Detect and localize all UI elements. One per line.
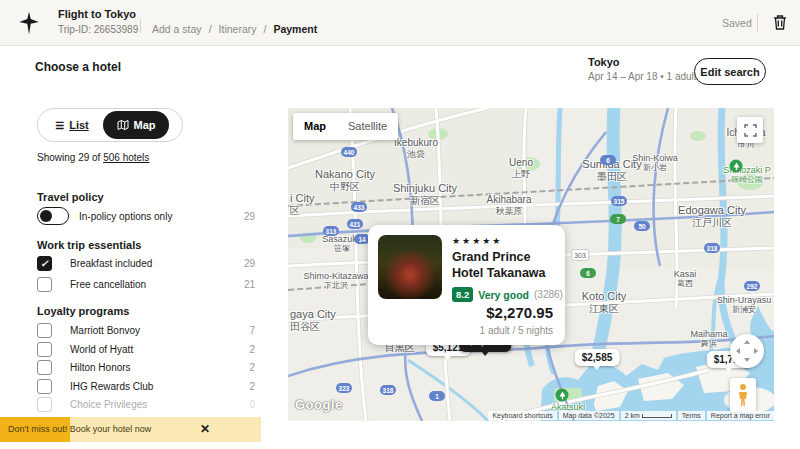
fullscreen-button[interactable] [737,117,763,143]
section-loyalty: Loyalty programs [37,305,129,317]
road-shield: 1 [429,391,445,401]
delete-trip-button[interactable] [772,13,788,31]
park-tree-icon [556,389,569,402]
map-type-satellite-button[interactable]: Satellite [337,113,398,140]
list-view-button[interactable]: ☰ List [41,119,103,131]
road-shield: 433 [351,202,367,212]
map-attribution: Keyboard shortcuts Map data ©2025 2 km T… [288,410,774,421]
road-shield: 6 [600,155,616,165]
hotel-rating: 8.2 Very good (3286) [452,287,563,302]
hotel-price-caption: 1 adult / 5 nights [480,325,553,336]
map-label-shimokitazawa: Shimo-Kitazawa下北沢 [303,271,368,291]
checkbox[interactable] [37,342,52,357]
road-shield: 315 [611,196,627,206]
pan-arrows-icon [730,334,764,368]
filter-breakfast-included[interactable]: ✓ Breakfast included 29 [37,256,255,271]
map-scale: 2 km [621,411,676,420]
view-toggle: ☰ List Map [37,108,183,142]
hotel-price: $2,270.95 [486,304,553,321]
hotel-photo [378,235,442,299]
rating-text: Very good [478,289,529,301]
map-panel: Map Satellite Ikebukuro池袋 Nakano City中野区… [288,108,774,421]
hotel-search-page: Flight to Tokyo Trip-ID: 26653989 Add a … [0,0,800,449]
filter-free-cancellation[interactable]: Free cancellation 21 [37,277,255,292]
map-label-ikebukuro: Ikebukuro池袋 [394,137,438,159]
breadcrumb-add-a-stay[interactable]: Add a stay [152,23,202,35]
hotel-stars: ★★★★★ [452,236,502,246]
map-view-button[interactable]: Map [103,111,169,139]
map-label-kasai: Kasai葛西 [674,269,697,289]
promo-banner: Don't miss out! Book your hotel now ✕ [0,417,261,442]
in-policy-toggle-row[interactable]: In-policy options only 29 [37,207,255,225]
trip-id: Trip-ID: 26653989 [58,24,138,35]
saved-status: Saved [722,17,752,29]
review-count: (3286) [534,289,563,300]
section-work-trip: Work trip essentials [37,239,141,251]
checkbox[interactable] [37,323,52,338]
edit-search-button[interactable]: Edit search [694,58,766,85]
checkbox-disabled [37,397,52,412]
checkbox[interactable] [37,379,52,394]
keyboard-shortcuts-link[interactable]: Keyboard shortcuts [488,411,556,420]
road-shield: 50 [634,221,650,231]
map-icon [117,119,129,131]
filter-marriott-bonvoy[interactable]: Marriott Bonvoy 7 [37,323,255,338]
search-destination: Tokyo [588,56,620,68]
breadcrumb-itinerary[interactable]: Itinerary [219,23,257,35]
breadcrumb-payment[interactable]: Payment [273,23,317,35]
breadcrumb-separator: / [209,23,212,35]
banner-close-button[interactable]: ✕ [200,422,210,436]
filter-world-of-hyatt[interactable]: World of Hyatt 2 [37,342,255,357]
results-count: Showing 29 of 506 hotels [37,152,149,163]
checkbox[interactable] [37,360,52,375]
header-divider [140,19,141,33]
toggle-knob [40,210,52,222]
search-date-summary: Apr 14 – Apr 18 • 1 adult [588,71,697,82]
checkbox[interactable] [37,277,52,292]
road-shield: 7 [610,214,626,224]
road-shield: 323 [336,383,352,393]
airplane-icon [16,10,42,36]
map-label-edogawa: Edogawa City江戸川区 [678,204,746,228]
report-map-error-link[interactable]: Report a map error [707,411,774,420]
map-label-shinjuku: Shinjuku City新宿区 [393,182,457,206]
road-shield: 313 [323,226,339,236]
map-label-setagaya-cut: gaya City田谷区 [290,308,336,332]
breadcrumb-separator: / [263,23,266,35]
street-view-pegman[interactable] [730,378,756,412]
hotel-card[interactable]: ★★★★★ Grand Prince Hotel Takanawa 8.2 Ve… [368,225,565,345]
header-divider [757,14,758,32]
road-shield: 318 [380,385,396,395]
map-label-koto: Koto City江東区 [582,290,627,314]
map-pan-control[interactable] [730,334,764,368]
map-label-nakano: Nakano City中野区 [315,168,375,192]
in-policy-toggle[interactable] [37,207,69,225]
breadcrumb: Add a stay / Itinerary / Payment [152,23,317,35]
map-type-control: Map Satellite [293,113,398,140]
banner-text: Don't miss out! Book your hotel now [8,424,151,434]
filter-hilton-honors[interactable]: Hilton Honors 2 [37,360,255,375]
road-exit-label: 303 [571,249,589,261]
filter-ihg-rewards-club[interactable]: IHG Rewards Club 2 [37,379,255,394]
map-label-shinurayasu: Shin-Urayasu新浦安 [717,295,772,315]
map-data-credit: Map data ©2025 [559,411,619,420]
map-type-map-button[interactable]: Map [293,113,337,140]
hotel-name: Grand Prince Hotel Takanawa [452,249,558,282]
filters-sidebar: ☰ List Map Showing 29 of 506 hotels Trav… [37,100,275,430]
road-shield: 421 [347,219,363,229]
price-marker[interactable]: $2,585 [575,349,620,366]
filter-choice-privileges: Choice Privileges 0 [37,397,255,412]
park-tree-icon [730,160,743,173]
map-label-ueno: Ueno上野 [509,157,533,179]
checkbox-checked[interactable]: ✓ [37,256,52,271]
road-shield: 440 [341,147,357,157]
results-count-link[interactable]: 506 hotels [103,152,149,163]
road-shield: 318 [704,243,720,253]
rating-score-badge: 8.2 [452,287,473,302]
trip-title: Flight to Tokyo [58,8,136,20]
terms-link[interactable]: Terms [678,411,705,420]
map-label-shinkoiwa: Shin-Koiwa新小岩 [632,153,678,173]
pegman-icon [736,383,750,407]
fullscreen-icon [744,124,757,137]
top-header: Flight to Tokyo Trip-ID: 26653989 Add a … [0,0,800,46]
